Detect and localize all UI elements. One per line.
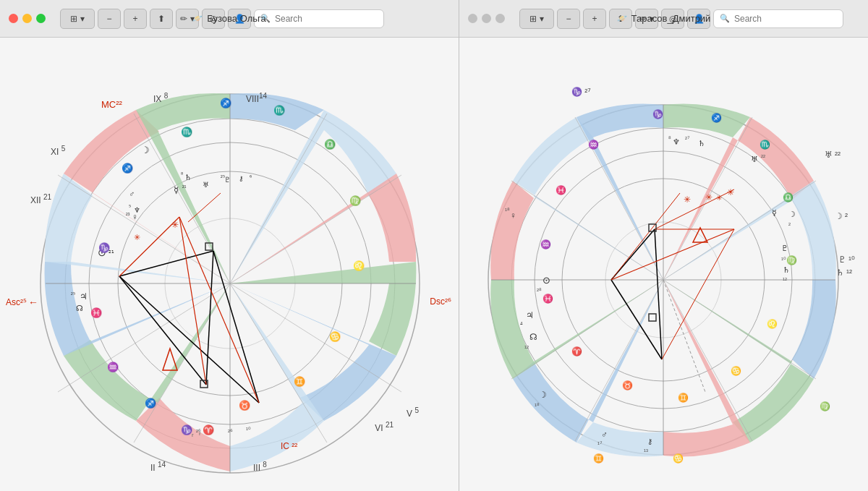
svg-text:⁶: ⁶ xyxy=(250,174,252,181)
svg-text:♄: ♄ xyxy=(184,173,192,182)
svg-text:⁸: ⁸ xyxy=(668,135,671,142)
svg-line-96 xyxy=(611,193,680,280)
svg-text:♆: ♆ xyxy=(673,137,680,146)
svg-line-95 xyxy=(662,229,734,359)
search-input-left[interactable] xyxy=(275,14,378,24)
svg-text:♏: ♏ xyxy=(181,126,193,138)
house11-label: XI 5 xyxy=(51,145,65,157)
svg-text:♂: ♂ xyxy=(601,430,608,440)
svg-text:♌: ♌ xyxy=(767,318,778,329)
uranus-label: ♅ ²² xyxy=(825,150,841,160)
svg-line-86 xyxy=(575,280,663,441)
zoom-in-button-right[interactable]: + xyxy=(583,9,606,29)
svg-line-93 xyxy=(611,229,734,280)
svg-text:²⁸: ²⁸ xyxy=(537,287,542,294)
svg-text:♈: ♈ xyxy=(571,346,582,356)
zoom-in-button[interactable]: + xyxy=(124,9,147,29)
svg-line-90 xyxy=(611,229,655,280)
svg-text:♑: ♑ xyxy=(652,108,663,119)
svg-text:☿: ☿ xyxy=(772,208,777,217)
svg-text:¹⁸: ¹⁸ xyxy=(535,402,540,409)
svg-text:♊: ♊ xyxy=(294,375,306,388)
svg-text:♍: ♍ xyxy=(786,255,797,265)
svg-line-89 xyxy=(663,280,705,392)
svg-line-18 xyxy=(119,276,206,385)
svg-text:♀: ♀ xyxy=(510,210,516,221)
search-input-right[interactable] xyxy=(734,14,837,24)
svg-text:✳: ✳ xyxy=(134,233,140,242)
svg-text:♄: ♄ xyxy=(698,139,705,148)
svg-text:♎: ♎ xyxy=(783,192,793,202)
svg-text:♈: ♈ xyxy=(203,424,215,436)
search-bar-right[interactable]: 🔍 xyxy=(713,9,843,28)
svg-line-87 xyxy=(511,280,663,379)
svg-text:✳: ✳ xyxy=(727,187,734,197)
close-button-right[interactable] xyxy=(468,14,477,23)
svg-line-10 xyxy=(230,114,327,283)
view-toggle-button-right[interactable]: ⊞ ▾ xyxy=(519,9,554,29)
svg-text:♐: ♐ xyxy=(711,112,722,123)
svg-text:♐: ♐ xyxy=(145,397,157,409)
svg-text:✳: ✳ xyxy=(684,195,691,205)
saturn-label-r: ♄ ¹² xyxy=(836,268,852,278)
svg-text:♐: ♐ xyxy=(122,162,134,174)
svg-text:¹⁸: ¹⁸ xyxy=(505,207,510,214)
house9-label-r: ♑ ²⁷ xyxy=(571,87,591,97)
svg-text:¹⁷: ¹⁷ xyxy=(597,440,603,448)
svg-text:♃: ♃ xyxy=(526,310,534,320)
svg-text:♆: ♆ xyxy=(134,206,140,214)
svg-text:♏: ♏ xyxy=(273,104,286,116)
svg-text:♇: ♇ xyxy=(224,176,231,184)
svg-text:⚷: ⚷ xyxy=(239,175,244,182)
titlebar-left: 🪐 Бузова Ольга ⊞ ▾ − + ⬆ ✏ ▾ ◎ 👤 🔍 xyxy=(0,0,459,38)
svg-text:⊙: ⊙ xyxy=(542,275,550,286)
svg-text:²⁷: ²⁷ xyxy=(685,135,690,142)
astro-chart-right: ⊙ ²⁸ ♃ ⁴ ☊ ¹² ☽ ¹⁸ ♂ ¹⁷ ⚷ ¹³ ♀ ¹⁸ ♄ ♆ ⁸ … xyxy=(459,38,868,491)
maximize-button[interactable] xyxy=(36,14,46,23)
traffic-lights-left[interactable] xyxy=(9,14,46,23)
svg-text:²⁶: ²⁶ xyxy=(196,428,201,435)
house3-label: III 8 xyxy=(253,461,267,473)
svg-text:☽: ☽ xyxy=(141,145,150,155)
pluto-label: ♇ ¹⁰ xyxy=(838,255,855,265)
svg-text:✳: ✳ xyxy=(171,220,179,230)
maximize-button-right[interactable] xyxy=(495,14,505,23)
search-bar-left[interactable]: 🔍 xyxy=(254,9,384,28)
svg-text:♃: ♃ xyxy=(80,291,88,302)
svg-text:¹⁰: ¹⁰ xyxy=(246,426,251,433)
view-toggle-button[interactable]: ⊞ ▾ xyxy=(60,9,95,29)
traffic-lights-right[interactable] xyxy=(468,14,505,23)
svg-text:²²: ²² xyxy=(761,153,765,161)
minimize-button-right[interactable] xyxy=(482,14,491,23)
svg-text:²³: ²³ xyxy=(126,212,130,218)
svg-text:✳: ✳ xyxy=(705,192,712,202)
svg-text:♒: ♒ xyxy=(588,139,599,150)
svg-text:²: ² xyxy=(788,221,791,229)
document-icon: 🪐 xyxy=(192,14,203,23)
svg-rect-130 xyxy=(649,314,656,321)
svg-text:♅: ♅ xyxy=(751,155,758,163)
svg-text:²¹: ²¹ xyxy=(182,184,187,191)
share-button[interactable]: ⬆ xyxy=(150,9,173,29)
svg-text:♊: ♊ xyxy=(678,392,689,403)
svg-text:⚷: ⚷ xyxy=(647,437,652,445)
svg-text:⁴: ⁴ xyxy=(520,321,523,328)
zoom-out-button-right[interactable]: − xyxy=(557,9,580,29)
chart-area-right: ⊙ ²⁸ ♃ ⁴ ☊ ¹² ☽ ¹⁸ ♂ ¹⁷ ⚷ ¹³ ♀ ¹⁸ ♄ ♆ ⁸ … xyxy=(459,38,868,491)
chart-area-left: ⊙ ₂₁ ☽ ☿ ²¹ ♀ ²³ ♂ ♃ ²⁵ ♄ ⁸ ♅ ♆ ⁵ ♇ ²⁵ xyxy=(0,38,459,491)
svg-text:♎: ♎ xyxy=(324,138,336,150)
close-button[interactable] xyxy=(9,14,18,23)
svg-text:♑: ♑ xyxy=(181,424,193,436)
svg-text:☊: ☊ xyxy=(76,304,83,312)
svg-text:♐: ♐ xyxy=(220,97,232,109)
cancer-label: ♋ xyxy=(673,453,684,464)
svg-text:¹³: ¹³ xyxy=(644,448,648,455)
asc-label: Asc²⁵ ← xyxy=(6,296,38,308)
svg-text:⁸: ⁸ xyxy=(181,171,183,178)
svg-text:♑: ♑ xyxy=(98,242,111,254)
zoom-out-button[interactable]: − xyxy=(98,9,121,29)
window-right: 🪐 Тарасов_Дмитрий ⊞ ▾ − + ⬆ ✏ ▾ ◎ 👤 🔍 xyxy=(459,0,868,491)
minimize-button[interactable] xyxy=(22,14,32,23)
svg-text:♄: ♄ xyxy=(783,265,790,274)
gemini-label: ♊ xyxy=(593,453,604,464)
